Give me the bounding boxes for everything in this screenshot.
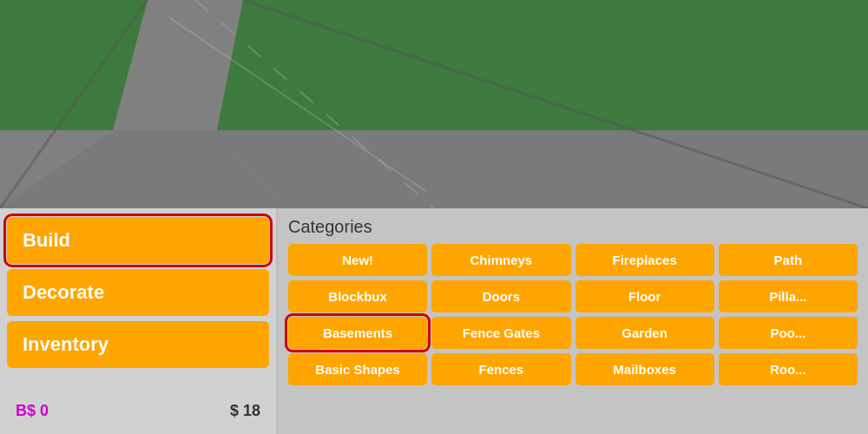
inventory-button[interactable]: Inventory (7, 321, 269, 368)
category-path[interactable]: Path (719, 244, 858, 276)
category-pillars[interactable]: Pilla... (719, 280, 858, 312)
category-fences[interactable]: Fences (431, 353, 570, 385)
grass-left (0, 0, 148, 130)
build-button[interactable]: Build (7, 217, 269, 264)
categories-grid: New!ChimneysFireplacesPathBlockbuxDoorsF… (288, 244, 858, 385)
category-garden[interactable]: Garden (575, 317, 714, 349)
grass-right (217, 0, 868, 130)
category-mailboxes[interactable]: Mailboxes (575, 353, 714, 385)
currency-right: $ 18 (230, 402, 260, 420)
categories-panel: Categories New!ChimneysFireplacesPathBlo… (278, 208, 868, 434)
category-pool[interactable]: Poo... (719, 317, 858, 349)
category-doors[interactable]: Doors (431, 280, 570, 312)
category-basements[interactable]: Basements (288, 317, 427, 349)
currency-bar: B$ 0 $ 18 (7, 397, 269, 425)
game-world (0, 0, 868, 208)
categories-title: Categories (288, 217, 858, 237)
category-fireplaces[interactable]: Fireplaces (575, 244, 714, 276)
category-basic-shapes[interactable]: Basic Shapes (288, 353, 427, 385)
category-floor[interactable]: Floor (575, 280, 714, 312)
category-roof[interactable]: Roo... (719, 353, 858, 385)
road-svg (0, 0, 868, 208)
category-blockbux[interactable]: Blockbux (288, 280, 427, 312)
svg-marker-1 (217, 130, 868, 208)
currency-left: B$ 0 (16, 402, 49, 420)
decorate-button[interactable]: Decorate (7, 269, 269, 316)
category-new[interactable]: New! (288, 244, 427, 276)
category-chimneys[interactable]: Chimneys (431, 244, 570, 276)
sidebar: Build Decorate Inventory B$ 0 $ 18 (0, 208, 278, 434)
ui-panel: Build Decorate Inventory B$ 0 $ 18 Categ… (0, 208, 868, 434)
category-fence-gates[interactable]: Fence Gates (431, 317, 570, 349)
